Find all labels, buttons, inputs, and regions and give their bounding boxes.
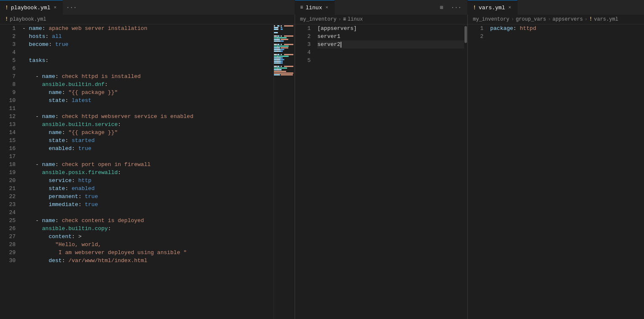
line-number: 21	[3, 185, 16, 193]
code-line: server1	[317, 32, 464, 40]
line-number: 26	[3, 225, 16, 233]
line-number: 28	[3, 241, 16, 249]
line-number: 27	[3, 233, 16, 241]
split-editor-icon[interactable]: ⊞	[437, 4, 447, 11]
code-line: - name: check httpd is installed	[22, 72, 274, 80]
editor-playbook[interactable]: 1234567891011121314151617181920212223242…	[0, 24, 274, 319]
middle-panel-more[interactable]: ···	[448, 4, 465, 11]
code-line: [appservers]	[317, 24, 464, 32]
code-line: ansible.builtin.copy:	[22, 225, 274, 233]
line-numbers-playbook: 1234567891011121314151617181920212223242…	[0, 24, 19, 319]
code-line: service: http	[22, 177, 274, 185]
breadcrumb-vars: my_inventory › group_vars › appservers ›…	[468, 15, 644, 24]
line-number: 22	[3, 193, 16, 201]
code-line	[22, 153, 274, 161]
code-line: state: enabled	[22, 185, 274, 193]
code-line	[22, 64, 274, 72]
code-content-vars[interactable]: package: httpd	[487, 24, 644, 319]
code-line	[22, 48, 274, 56]
code-line: become: true	[22, 40, 274, 48]
breadcrumb-vars-group: group_vars	[516, 16, 546, 22]
tab-linux[interactable]: ≡ linux ×	[295, 0, 335, 15]
minimap-playbook	[274, 24, 295, 319]
linux-tab-icon: ≡	[300, 5, 303, 11]
breadcrumb-vars-file: vars.yml	[594, 16, 618, 22]
line-number: 5	[298, 56, 311, 64]
line-number: 2	[3, 32, 16, 40]
scrollbar-linux[interactable]	[464, 24, 467, 319]
code-line: name: "{{ package }}"	[22, 129, 274, 137]
text-cursor	[341, 42, 341, 48]
code-line: name: "{{ package }}"	[22, 88, 274, 97]
line-number: 1	[3, 24, 16, 32]
breadcrumb-linux-inventory: my_inventory	[300, 16, 336, 22]
breadcrumb-vars-inventory: my_inventory	[473, 16, 509, 22]
linux-tab-close[interactable]: ×	[325, 5, 329, 11]
code-line: content: >	[22, 233, 274, 241]
code-line: server2	[317, 40, 464, 48]
line-number: 11	[3, 105, 16, 113]
line-number: 7	[3, 72, 16, 80]
code-line	[317, 56, 464, 64]
code-line: hosts: all	[22, 32, 274, 40]
code-line: - name: check content is deployed	[22, 217, 274, 225]
code-line: permanent: true	[22, 193, 274, 201]
code-line: ansible.builtin.dnf:	[22, 80, 274, 88]
breadcrumb-linux: my_inventory › ≡ linux	[295, 15, 467, 24]
line-number: 29	[3, 249, 16, 257]
editor-vars[interactable]: 12 package: httpd	[468, 24, 644, 319]
linux-tab-label: linux	[306, 5, 322, 11]
code-line: tasks:	[22, 56, 274, 64]
line-number: 3	[298, 40, 311, 48]
code-line: immediate: true	[22, 201, 274, 209]
line-number: 25	[3, 217, 16, 225]
vars-tab-icon: !	[473, 5, 476, 11]
code-line: state: started	[22, 137, 274, 145]
line-number: 9	[3, 88, 16, 97]
code-line: "Hello, world,	[22, 241, 274, 249]
line-number: 6	[3, 64, 16, 72]
vars-tab-label: vars.yml	[479, 5, 505, 11]
panel-playbook: ! playbook.yml 1234567891011121314151617…	[0, 15, 295, 319]
editor-linux[interactable]: 12345 [appservers]server1server2	[295, 24, 464, 319]
line-numbers-vars: 12	[468, 24, 487, 319]
code-line: - name: check port open in firewall	[22, 161, 274, 169]
line-number: 10	[3, 97, 16, 105]
tab-playbook-yml[interactable]: ! playbook.yml ×	[0, 0, 63, 15]
panel-vars: my_inventory › group_vars › appservers ›…	[468, 15, 644, 319]
line-number: 19	[3, 169, 16, 177]
code-line	[317, 48, 464, 56]
line-number: 13	[3, 121, 16, 129]
line-number: 24	[3, 209, 16, 217]
code-line: - name: check httpd webserver service is…	[22, 113, 274, 121]
line-number: 16	[3, 145, 16, 153]
line-number: 12	[3, 113, 16, 121]
playbook-tab-close[interactable]: ×	[53, 5, 57, 11]
line-number: 4	[3, 48, 16, 56]
line-number: 23	[3, 201, 16, 209]
code-content-linux[interactable]: [appservers]server1server2	[314, 24, 464, 319]
code-line: ansible.builtin.service:	[22, 121, 274, 129]
vars-tab-close[interactable]: ×	[507, 5, 512, 11]
code-content-playbook[interactable]: - name: apache web server installation h…	[19, 24, 274, 319]
tab-vars-yml[interactable]: ! vars.yml ×	[468, 0, 518, 15]
code-line	[22, 105, 274, 113]
line-number: 3	[3, 40, 16, 48]
playbook-tab-label: playbook.yml	[11, 5, 51, 11]
line-number: 2	[471, 32, 483, 40]
line-number: 18	[3, 161, 16, 169]
code-line: state: latest	[22, 97, 274, 105]
line-number: 17	[3, 153, 16, 161]
line-number: 8	[3, 80, 16, 88]
code-line: - name: apache web server installation	[22, 24, 274, 32]
line-number: 15	[3, 137, 16, 145]
breadcrumb-linux-icon: ≡	[343, 16, 346, 22]
breadcrumb-linux-file: linux	[348, 16, 363, 22]
line-number: 1	[298, 24, 311, 32]
line-number: 14	[3, 129, 16, 137]
playbook-tab-icon: !	[5, 5, 8, 11]
code-line	[490, 32, 644, 40]
left-panel-more[interactable]: ···	[63, 0, 80, 15]
line-number: 2	[298, 32, 311, 40]
code-line: dest: /var/www/html/index.html	[22, 257, 274, 265]
